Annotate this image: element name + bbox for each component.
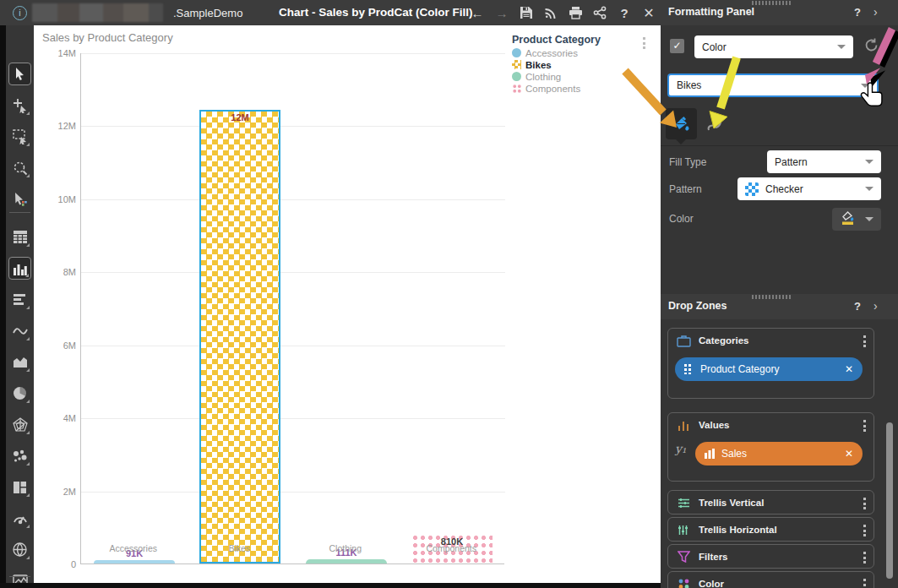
fill-tab[interactable] (666, 108, 697, 139)
formatting-panel-header: Formatting Panel ? › (661, 0, 898, 25)
close-icon[interactable]: ✕ (641, 5, 656, 20)
pill-product-category[interactable]: Product Category ✕ (675, 357, 863, 381)
chevron-down-icon[interactable] (861, 84, 869, 88)
chart-title: Sales by Product Category (42, 31, 173, 44)
legend-menu-icon[interactable] (643, 37, 645, 49)
stroke-tab[interactable] (705, 115, 725, 135)
section-divider (661, 145, 898, 146)
drop-zone-categories[interactable]: Categories Product Category ✕ (667, 328, 874, 399)
drag-grip[interactable] (752, 1, 792, 5)
reset-icon[interactable] (863, 37, 879, 57)
fill-color-button[interactable] (832, 208, 881, 231)
tool-scatter-icon[interactable] (8, 444, 31, 467)
back-icon[interactable]: ← (470, 5, 485, 20)
fill-type-label: Fill Type (669, 156, 706, 168)
document-title: Chart - Sales by ProdCat (Color Fill) (279, 6, 473, 19)
legend-item-label: Accessories (525, 48, 578, 58)
property-enabled-checkbox[interactable]: ✓ (670, 39, 684, 53)
submenu-flag (26, 462, 30, 466)
legend-item-components[interactable]: Components (512, 84, 657, 93)
drop-zone-values[interactable]: Values y₁ Sales ✕ (667, 412, 874, 482)
property-dropdown[interactable]: Color (694, 35, 853, 58)
zone-label: Filters (699, 552, 728, 562)
tool-table-icon[interactable] (8, 226, 31, 248)
drop-zone-trellis-horizontal[interactable]: Trellis Horizontal (667, 517, 874, 542)
tool-pie-chart-icon[interactable] (8, 382, 31, 405)
submenu-flag (26, 525, 30, 528)
toolbar-divider (9, 212, 30, 213)
bar-clothing[interactable] (306, 559, 387, 564)
print-icon[interactable] (568, 5, 583, 20)
redacted-project-name (32, 3, 163, 22)
tool-radar-chart-icon[interactable] (8, 413, 31, 436)
target-dropdown[interactable]: Bikes (667, 74, 879, 97)
drop-zone-filters[interactable]: Filters (667, 544, 874, 569)
panel-scrollbar[interactable] (886, 422, 893, 579)
remove-icon[interactable]: ✕ (845, 448, 853, 460)
subscribe-feed-icon[interactable] (543, 5, 558, 20)
formatting-panel-help-icon[interactable]: ? (854, 6, 861, 19)
pattern-dropdown[interactable]: Checker (737, 177, 881, 200)
pattern-value: Checker (765, 183, 803, 195)
tool-horizontal-bars-icon[interactable] (8, 288, 31, 311)
legend-item-bikes[interactable]: Bikes (512, 60, 657, 69)
fill-type-dropdown[interactable]: Pattern (767, 150, 881, 173)
window-left-edge (0, 25, 6, 583)
share-icon[interactable] (592, 5, 607, 20)
formatting-panel-collapse-icon[interactable]: › (874, 5, 878, 19)
tool-gauge-icon[interactable] (8, 507, 31, 530)
tool-treemap-icon[interactable] (8, 476, 31, 498)
measure-bars-icon (705, 449, 716, 459)
zone-menu-icon[interactable] (863, 335, 866, 347)
trellis-horizontal-icon (676, 523, 691, 536)
gridline (81, 272, 505, 273)
forward-icon[interactable]: → (494, 5, 509, 20)
tool-area-chart-icon[interactable] (8, 351, 31, 373)
save-icon[interactable] (519, 5, 534, 20)
zone-menu-icon[interactable] (863, 552, 866, 564)
y-tick-label: 8M (37, 267, 76, 277)
drop-zones-help-icon[interactable]: ? (854, 300, 861, 313)
tool-pointer-icon[interactable] (8, 63, 31, 85)
pill-label: Sales (721, 448, 747, 460)
tool-map-icon[interactable] (8, 538, 31, 561)
bar-accessories[interactable] (94, 560, 175, 564)
pill-label: Product Category (700, 363, 779, 375)
drop-zones-collapse-icon[interactable]: › (874, 299, 878, 313)
info-icon[interactable]: i (13, 6, 27, 20)
plot-area[interactable]: 91K12M111K810K (80, 53, 504, 564)
fill-type-value: Pattern (775, 156, 808, 168)
zone-menu-icon[interactable] (863, 420, 866, 432)
workspace-label: .SampleDemo (173, 7, 242, 19)
zone-menu-icon[interactable] (863, 525, 866, 536)
gridline (81, 53, 505, 54)
drag-grip[interactable] (752, 295, 792, 299)
zone-menu-icon[interactable] (863, 579, 866, 588)
legend-item-accessories[interactable]: Accessories (512, 48, 657, 57)
submenu-flag (26, 306, 30, 309)
hierarchy-grid-icon (684, 364, 694, 374)
tool-bar-chart-icon[interactable] (8, 257, 31, 280)
drop-zones-header: Drop Zones ? › (661, 294, 898, 319)
trellis-vertical-icon (676, 496, 691, 509)
drop-zone-color[interactable]: Color (667, 571, 874, 588)
pill-sales[interactable]: Sales ✕ (695, 442, 863, 466)
zone-menu-icon[interactable] (863, 498, 866, 509)
tool-line-curve-icon[interactable] (8, 319, 31, 342)
chart-canvas[interactable]: Sales by Product Category 91K12M111K810K… (34, 25, 661, 583)
drop-zone-trellis-vertical[interactable]: Trellis Vertical (667, 490, 874, 514)
legend-item-label: Components (525, 84, 580, 94)
tool-rectangle-select-icon[interactable] (8, 125, 31, 148)
remove-icon[interactable]: ✕ (845, 363, 853, 375)
tool-smart-select-icon[interactable] (8, 188, 31, 210)
app-window: i .SampleDemo Chart - Sales by ProdCat (… (0, 0, 898, 588)
legend: Product Category AccessoriesBikesClothin… (512, 34, 657, 93)
formatting-panel-title: Formatting Panel (668, 6, 754, 18)
bar-bikes[interactable] (199, 110, 280, 564)
legend-item-clothing[interactable]: Clothing (512, 72, 657, 81)
tool-add-element-icon[interactable] (8, 94, 31, 117)
zone-label: Values (699, 420, 729, 430)
help-icon[interactable]: ? (617, 5, 632, 20)
tool-zoom-region-icon[interactable] (8, 156, 31, 179)
submenu-flag (26, 368, 30, 372)
